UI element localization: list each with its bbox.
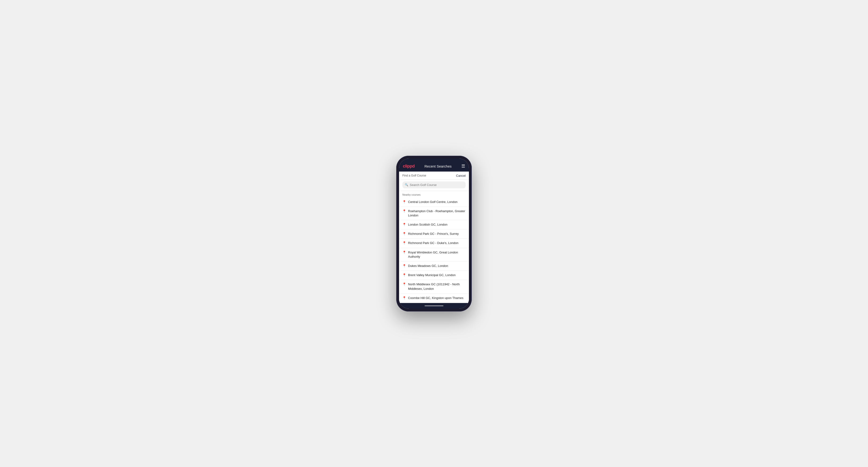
phone-device: clippd Recent Searches ☰ Find a Golf Cou… xyxy=(396,156,472,311)
course-name: Richmond Park GC - Prince's, Surrey xyxy=(408,232,459,236)
location-icon: 📍 xyxy=(402,223,406,226)
search-box[interactable]: 🔍 xyxy=(402,182,466,188)
course-name: Royal Wimbledon GC, Great London Authori… xyxy=(408,250,466,259)
course-name: London Scottish GC, London xyxy=(408,222,447,227)
list-item[interactable]: 📍 Central London Golf Centre, London xyxy=(399,197,469,207)
list-item[interactable]: 📍 Richmond Park GC - Prince's, Surrey xyxy=(399,229,469,239)
location-icon: 📍 xyxy=(402,264,406,268)
search-wrap: 🔍 xyxy=(399,180,469,191)
course-name: Dukes Meadows GC, London xyxy=(408,264,448,268)
list-item[interactable]: 📍 Coombe Hill GC, Kingston upon Thames xyxy=(399,293,469,303)
list-item[interactable]: 📍 Royal Wimbledon GC, Great London Autho… xyxy=(399,248,469,261)
location-icon: 📍 xyxy=(402,273,406,277)
course-name: Richmond Park GC - Duke's, London xyxy=(408,241,458,245)
location-icon: 📍 xyxy=(402,296,406,300)
course-name: Central London Golf Centre, London xyxy=(408,200,458,204)
home-indicator xyxy=(399,303,469,309)
list-item[interactable]: 📍 North Middlesex GC (1011942 - North Mi… xyxy=(399,280,469,293)
course-name: North Middlesex GC (1011942 - North Midd… xyxy=(408,282,466,291)
app-header: clippd Recent Searches ☰ xyxy=(399,161,469,172)
location-icon: 📍 xyxy=(402,251,406,254)
nearby-section-label: Nearby courses xyxy=(399,191,469,197)
cancel-button[interactable]: Cancel xyxy=(456,174,466,178)
list-item[interactable]: 📍 Richmond Park GC - Duke's, London xyxy=(399,239,469,248)
find-bar: Find a Golf Course Cancel xyxy=(399,172,469,180)
menu-icon[interactable]: ☰ xyxy=(461,164,465,168)
list-item[interactable]: 📍 Roehampton Club - Roehampton, Greater … xyxy=(399,207,469,220)
home-bar xyxy=(425,305,443,306)
location-icon: 📍 xyxy=(402,282,406,286)
list-item[interactable]: 📍 Brent Valley Municipal GC, London xyxy=(399,271,469,280)
status-bar xyxy=(399,159,469,161)
course-name: Roehampton Club - Roehampton, Greater Lo… xyxy=(408,209,466,218)
location-icon: 📍 xyxy=(402,200,406,204)
search-icon: 🔍 xyxy=(405,183,408,186)
find-label: Find a Golf Course xyxy=(402,174,426,177)
courses-list: Nearby courses 📍 Central London Golf Cen… xyxy=(399,191,469,303)
course-name: Brent Valley Municipal GC, London xyxy=(408,273,456,277)
app-logo: clippd xyxy=(403,164,415,169)
phone-screen: clippd Recent Searches ☰ Find a Golf Cou… xyxy=(399,159,469,309)
list-item[interactable]: 📍 Dukes Meadows GC, London xyxy=(399,261,469,271)
content-area: Find a Golf Course Cancel 🔍 Nearby cours… xyxy=(399,172,469,303)
page-title: Recent Searches xyxy=(424,164,452,168)
location-icon: 📍 xyxy=(402,209,406,213)
course-name: Coombe Hill GC, Kingston upon Thames xyxy=(408,296,464,300)
list-item[interactable]: 📍 London Scottish GC, London xyxy=(399,220,469,229)
location-icon: 📍 xyxy=(402,232,406,236)
search-input[interactable] xyxy=(410,183,463,187)
location-icon: 📍 xyxy=(402,241,406,245)
